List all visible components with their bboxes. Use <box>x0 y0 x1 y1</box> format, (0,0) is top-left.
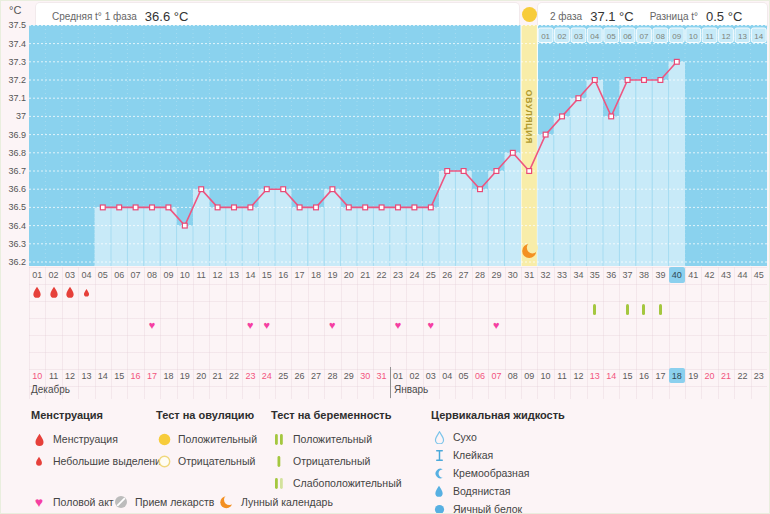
day-number-cell[interactable]: 09 <box>160 267 176 283</box>
day-number-cell[interactable]: 22 <box>373 267 389 283</box>
day-number-cell[interactable]: 45 <box>751 267 767 283</box>
temperature-point[interactable] <box>625 78 630 83</box>
temperature-point[interactable] <box>642 78 647 83</box>
date-cell[interactable]: 25 <box>275 368 291 383</box>
date-cell[interactable]: 23 <box>751 368 767 383</box>
day-number-cell[interactable]: 40 <box>669 267 685 283</box>
temperature-point[interactable] <box>117 205 122 210</box>
temperature-point[interactable] <box>428 205 433 210</box>
date-cell[interactable]: 21 <box>718 368 734 383</box>
date-cell[interactable]: 15 <box>619 368 635 383</box>
date-cell[interactable]: 13 <box>587 368 603 383</box>
date-cell[interactable]: 10 <box>29 368 45 383</box>
date-cell[interactable]: 06 <box>472 368 488 383</box>
day-number-cell[interactable]: 18 <box>308 267 324 283</box>
date-cell[interactable]: 10 <box>537 368 553 383</box>
day-number-cell[interactable]: 17 <box>291 267 307 283</box>
day-number-cell[interactable]: 31 <box>521 267 537 283</box>
date-cell[interactable]: 15 <box>111 368 127 383</box>
date-cell[interactable]: 16 <box>636 368 652 383</box>
date-cell[interactable]: 18 <box>669 368 685 383</box>
temperature-point[interactable] <box>330 187 335 192</box>
day-number-cell[interactable]: 01 <box>29 267 45 283</box>
day-number-cell[interactable]: 37 <box>619 267 635 283</box>
day-number-cell[interactable]: 27 <box>455 267 471 283</box>
day-number-cell[interactable]: 16 <box>275 267 291 283</box>
day-number-cell[interactable]: 42 <box>701 267 717 283</box>
day-number-cell[interactable]: 20 <box>341 267 357 283</box>
date-cell[interactable]: 17 <box>144 368 160 383</box>
date-cell[interactable]: 22 <box>734 368 750 383</box>
temperature-point[interactable] <box>297 205 302 210</box>
day-number-cell[interactable]: 33 <box>554 267 570 283</box>
temperature-point[interactable] <box>494 169 499 174</box>
day-number-cell[interactable]: 38 <box>636 267 652 283</box>
date-cell[interactable]: 05 <box>455 368 471 383</box>
temperature-point[interactable] <box>248 205 253 210</box>
temperature-chart[interactable]: 0102030405060708091011121314ОВУЛЯЦИЯ <box>29 25 767 266</box>
day-number-cell[interactable]: 19 <box>324 267 340 283</box>
temperature-point[interactable] <box>658 78 663 83</box>
date-cell[interactable]: 30 <box>357 368 373 383</box>
date-cell[interactable]: 29 <box>341 368 357 383</box>
date-cell[interactable]: 07 <box>488 368 504 383</box>
day-number-cell[interactable]: 39 <box>652 267 668 283</box>
day-number-cell[interactable]: 04 <box>78 267 94 283</box>
temperature-point[interactable] <box>609 114 614 119</box>
temperature-point[interactable] <box>314 205 319 210</box>
date-cell[interactable]: 18 <box>160 368 176 383</box>
date-cell[interactable]: 31 <box>373 368 389 383</box>
temperature-point[interactable] <box>445 169 450 174</box>
temperature-point[interactable] <box>560 114 565 119</box>
date-cell[interactable]: 14 <box>95 368 111 383</box>
temperature-point[interactable] <box>281 187 286 192</box>
date-cell[interactable]: 12 <box>62 368 78 383</box>
temperature-point[interactable] <box>510 150 515 155</box>
day-number-cell[interactable]: 06 <box>111 267 127 283</box>
date-cell[interactable]: 16 <box>127 368 143 383</box>
day-number-cell[interactable]: 32 <box>537 267 553 283</box>
temperature-point[interactable] <box>215 205 220 210</box>
day-number-cell[interactable]: 43 <box>718 267 734 283</box>
date-cell[interactable]: 03 <box>423 368 439 383</box>
day-number-cell[interactable]: 10 <box>177 267 193 283</box>
day-number-cell[interactable]: 02 <box>45 267 61 283</box>
date-cell[interactable]: 08 <box>505 368 521 383</box>
date-cell[interactable]: 19 <box>177 368 193 383</box>
date-cell[interactable]: 20 <box>701 368 717 383</box>
day-number-cell[interactable]: 05 <box>95 267 111 283</box>
day-number-cell[interactable]: 08 <box>144 267 160 283</box>
day-number-cell[interactable]: 12 <box>209 267 225 283</box>
day-number-cell[interactable]: 03 <box>62 267 78 283</box>
temperature-point[interactable] <box>592 78 597 83</box>
day-number-cell[interactable]: 25 <box>423 267 439 283</box>
date-cell[interactable]: 12 <box>570 368 586 383</box>
day-number-cell[interactable]: 13 <box>226 267 242 283</box>
day-number-cell[interactable]: 35 <box>587 267 603 283</box>
temperature-point[interactable] <box>396 205 401 210</box>
date-cell[interactable]: 20 <box>193 368 209 383</box>
date-cell[interactable]: 13 <box>78 368 94 383</box>
day-number-cell[interactable]: 26 <box>439 267 455 283</box>
day-number-cell[interactable]: 23 <box>390 267 406 283</box>
day-number-cell[interactable]: 28 <box>472 267 488 283</box>
date-cell[interactable]: 28 <box>324 368 340 383</box>
day-number-cell[interactable]: 36 <box>603 267 619 283</box>
day-number-cell[interactable]: 15 <box>259 267 275 283</box>
day-number-cell[interactable]: 41 <box>685 267 701 283</box>
date-cell[interactable]: 02 <box>406 368 422 383</box>
day-number-cell[interactable]: 30 <box>505 267 521 283</box>
date-cell[interactable]: 21 <box>209 368 225 383</box>
date-cell[interactable]: 01 <box>390 368 406 383</box>
temperature-point[interactable] <box>150 205 155 210</box>
date-cell[interactable]: 11 <box>45 368 61 383</box>
temperature-point[interactable] <box>232 205 237 210</box>
day-number-cell[interactable]: 14 <box>242 267 258 283</box>
date-cell[interactable]: 27 <box>308 368 324 383</box>
date-cell[interactable]: 17 <box>652 368 668 383</box>
temperature-point[interactable] <box>363 205 368 210</box>
day-number-cell[interactable]: 34 <box>570 267 586 283</box>
day-number-cell[interactable]: 11 <box>193 267 209 283</box>
date-cell[interactable]: 23 <box>242 368 258 383</box>
temperature-point[interactable] <box>543 132 548 137</box>
